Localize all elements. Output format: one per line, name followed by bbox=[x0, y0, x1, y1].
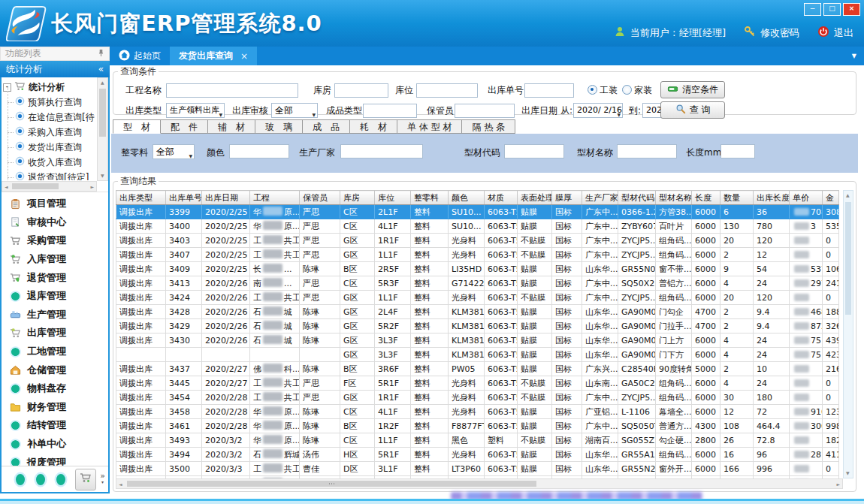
scroll-right-icon[interactable]: ► bbox=[836, 482, 840, 487]
work-install-radio[interactable] bbox=[588, 85, 597, 95]
column-header[interactable]: 出库长度 bbox=[754, 191, 790, 205]
product-type-input[interactable] bbox=[363, 104, 417, 118]
column-header[interactable]: 数量 bbox=[721, 191, 754, 205]
sidebar-menu-item[interactable]: 入库管理 bbox=[2, 250, 108, 269]
material-tab[interactable]: 配 件 bbox=[161, 119, 208, 134]
column-header[interactable]: 单价 bbox=[790, 191, 823, 205]
color-input[interactable] bbox=[229, 144, 289, 158]
column-header[interactable]: 颜色 bbox=[449, 191, 485, 205]
tree-item[interactable]: 发货出库查询 bbox=[3, 140, 96, 155]
sidebar-menu-item[interactable]: 退货管理 bbox=[2, 268, 108, 287]
scrollbar-thumb[interactable] bbox=[127, 481, 536, 487]
tree-item[interactable]: 收货入库查询 bbox=[3, 155, 96, 170]
search-button[interactable]: 查 询 bbox=[660, 101, 725, 119]
material-tab[interactable]: 隔 热 条 bbox=[462, 119, 515, 134]
toolbar-overflow-button[interactable]: »▾ bbox=[100, 473, 105, 485]
tab-list-dropdown-icon[interactable]: ▼ bbox=[844, 53, 864, 59]
column-header[interactable]: 出库类型 bbox=[116, 191, 166, 205]
sidebar-menu-item[interactable]: 工地管理 bbox=[2, 343, 108, 361]
length-input[interactable] bbox=[721, 144, 755, 158]
scroll-left-icon[interactable]: ◄ bbox=[5, 185, 8, 189]
material-tab[interactable]: 辅 材 bbox=[208, 119, 255, 134]
scroll-down-icon[interactable]: ▼ bbox=[846, 471, 850, 475]
sidebar-menu-item[interactable]: 出库管理 bbox=[2, 324, 108, 343]
table-row[interactable]: 调拨出库34072020/2/25工共工程严思G区1L1F整料光身料6063-T… bbox=[116, 248, 839, 262]
scrollbar-thumb[interactable] bbox=[845, 202, 851, 315]
collapse-icon[interactable]: « bbox=[98, 61, 104, 77]
column-header[interactable]: 库房 bbox=[340, 191, 375, 205]
scroll-left-icon[interactable]: ◄ bbox=[119, 482, 122, 487]
table-row[interactable]: 调拨出库34942020/3/2石辉城汤伟H区5R1F整料光身料6063-T5贴… bbox=[116, 448, 839, 462]
column-header[interactable]: 出库单号 bbox=[166, 191, 202, 205]
grid-horizontal-scrollbar[interactable]: ◄ ► bbox=[116, 478, 843, 489]
table-row[interactable]: 调拨出库34032020/2/25工共工程严思G区1R1F整料光身料6063-T… bbox=[116, 234, 839, 248]
scroll-up-icon[interactable]: ▲ bbox=[101, 80, 104, 85]
table-row[interactable]: 调拨出库34302020/2/26石城陈琳G区3L3F整料KLM38176063… bbox=[116, 333, 839, 348]
minimize-button[interactable]: − bbox=[804, 3, 821, 16]
sidebar-menu-item[interactable]: 生产管理 bbox=[2, 306, 108, 324]
tree-item[interactable]: 在途信息查询[待 bbox=[3, 110, 96, 125]
column-header[interactable]: 型材代码 bbox=[618, 191, 656, 205]
sidebar-menu-item[interactable]: 仓储管理 bbox=[2, 361, 108, 379]
keeper-input[interactable] bbox=[455, 104, 515, 118]
close-button[interactable]: × bbox=[843, 3, 860, 16]
table-row[interactable]: G区3L3F整料KLM38176063-T5贴膜国标山东华...GA90M09.… bbox=[116, 348, 839, 362]
sidebar-menu-item[interactable]: 物料盘存 bbox=[2, 379, 108, 398]
change-password-button[interactable]: 修改密码 bbox=[760, 26, 799, 40]
audit-select[interactable]: 全部▼ bbox=[271, 103, 318, 118]
tab-home[interactable]: 起始页 bbox=[110, 47, 170, 65]
material-tab[interactable]: 玻 璃 bbox=[255, 119, 303, 134]
maximize-button[interactable]: □ bbox=[823, 3, 841, 16]
column-header[interactable]: 整零料 bbox=[411, 191, 449, 205]
table-row[interactable]: 调拨出库35002020/3/3工共工程曹佳D区3L1F整料LT3P606063… bbox=[116, 462, 839, 476]
sidebar-menu-item[interactable]: 退库管理 bbox=[2, 287, 108, 306]
column-header[interactable]: 工程 bbox=[250, 191, 300, 205]
table-row[interactable]: 调拨出库34092020/2/25长...陈琳B区2R5F整料LI35HD606… bbox=[116, 262, 839, 276]
sidebar-menu-item[interactable]: 项目管理 bbox=[2, 195, 108, 213]
whole-part-select[interactable]: 全部▼ bbox=[153, 144, 195, 159]
sidebar-menu-item[interactable]: 结转管理 bbox=[2, 416, 108, 435]
column-header[interactable]: 材质 bbox=[485, 191, 518, 205]
table-row[interactable]: 调拨出库34242020/2/26工共工程严思G区1L1F整料光身料6063-T… bbox=[116, 291, 839, 305]
table-row[interactable]: 调拨出库34612020/2/28华原...陈琳B区1R2F整料F8877FT6… bbox=[116, 419, 839, 433]
manufacturer-input[interactable] bbox=[340, 144, 423, 158]
tree-root-item[interactable]: -统计分析 bbox=[3, 80, 96, 95]
tree-item[interactable]: 预算执行查询 bbox=[3, 95, 96, 110]
column-header[interactable]: 型材名称 bbox=[656, 191, 692, 205]
table-row[interactable]: 调拨出库34582020/2/28华原...陈琳C区4L1F整料光身料6063-… bbox=[116, 405, 839, 419]
pin-icon[interactable] bbox=[98, 49, 104, 59]
material-tab[interactable]: 成 品 bbox=[303, 119, 350, 134]
warehouse-input[interactable] bbox=[334, 83, 388, 98]
section-header[interactable]: 统计分析 « bbox=[0, 61, 110, 77]
tree-item[interactable]: 采购入库查询 bbox=[3, 125, 96, 140]
column-header[interactable]: 表面处理 bbox=[518, 191, 552, 205]
scroll-up-icon[interactable]: ▲ bbox=[846, 193, 850, 198]
tree-horizontal-scrollbar[interactable]: ◄ ► bbox=[2, 181, 97, 192]
column-header[interactable]: 生产厂家 bbox=[582, 191, 618, 205]
table-row[interactable]: 调拨出库34932020/3/2华原...陈琳C区1L1F整料黑色塑料不贴膜国标… bbox=[116, 433, 839, 448]
profile-name-input[interactable] bbox=[617, 144, 677, 158]
table-row[interactable]: 调拨出库34542020/2/28工共工程严思G区1R1F整料光身料6063-T… bbox=[116, 391, 839, 405]
table-row[interactable]: 调拨出库34002020/2/25华原...严思C区4L1F整料SU10...6… bbox=[116, 219, 839, 234]
material-tab[interactable]: 耗 材 bbox=[350, 119, 397, 134]
out-type-select[interactable]: 生产领料出库▼ bbox=[166, 103, 225, 118]
project-name-input[interactable] bbox=[166, 83, 298, 98]
tree-item[interactable]: 退货查询[待定] bbox=[3, 170, 96, 180]
tree-vertical-scrollbar[interactable]: ▲ ▼ bbox=[97, 77, 108, 181]
quick-cart-button[interactable] bbox=[75, 469, 96, 490]
column-header[interactable]: 长度 bbox=[692, 191, 721, 205]
profile-code-input[interactable] bbox=[504, 144, 564, 158]
sidebar-menu-item[interactable]: 补单中心 bbox=[2, 435, 108, 454]
order-no-input[interactable] bbox=[524, 83, 574, 98]
location-input[interactable] bbox=[416, 83, 478, 98]
sidebar-menu-item[interactable]: 采购管理 bbox=[2, 231, 108, 250]
column-header[interactable]: 膜厚 bbox=[552, 191, 582, 205]
material-tab[interactable]: 型 材 bbox=[113, 119, 161, 134]
material-tab[interactable]: 单 体 型 材 bbox=[397, 119, 462, 134]
column-header[interactable]: 金 bbox=[823, 191, 839, 205]
table-row[interactable]: 调拨出库34452020/2/27工共工程严思F区5R1F整料光身料6063-T… bbox=[116, 376, 839, 391]
table-row[interactable]: 调拨出库34372020/2/27佛科...陈琳B区3R6F整料PW056063… bbox=[116, 362, 839, 376]
quick-dot-icon[interactable] bbox=[56, 474, 65, 485]
table-row[interactable]: 调拨出库34282020/2/26石城陈琳G区2L4F整料KLM38176063… bbox=[116, 305, 839, 319]
scrollbar-thumb[interactable] bbox=[12, 183, 59, 189]
